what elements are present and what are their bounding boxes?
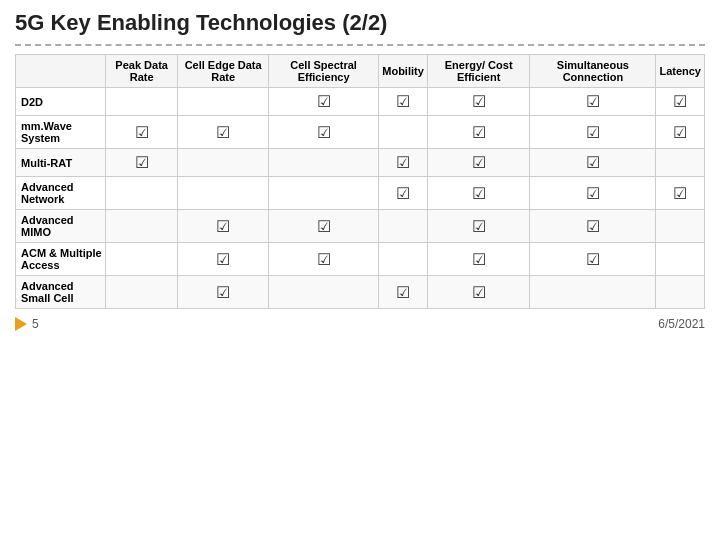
cell-3-1: [178, 177, 269, 210]
footer-left: 5: [15, 317, 39, 331]
checkbox-checked: ☑: [216, 124, 230, 141]
header-col-7: Latency: [656, 55, 705, 88]
cell-5-1: ☑: [178, 243, 269, 276]
table-row: ACM & Multiple Access☑☑☑☑: [16, 243, 705, 276]
row-label-0: D2D: [16, 88, 106, 116]
header-col-4: Mobility: [379, 55, 428, 88]
checkbox-checked: ☑: [586, 124, 600, 141]
header-empty: [16, 55, 106, 88]
checkbox-checked: ☑: [673, 185, 687, 202]
checkbox-checked: ☑: [673, 93, 687, 110]
table-header-row: Peak Data RateCell Edge Data RateCell Sp…: [16, 55, 705, 88]
cell-3-4: ☑: [427, 177, 530, 210]
checkbox-checked: ☑: [673, 124, 687, 141]
cell-4-2: ☑: [268, 210, 378, 243]
page-number: 5: [32, 317, 39, 331]
cell-2-2: [268, 149, 378, 177]
checkbox-checked: ☑: [586, 154, 600, 171]
page-title: 5G Key Enabling Technologies (2/2): [15, 10, 705, 36]
cell-4-3: [379, 210, 428, 243]
header-col-5: Energy/ Cost Efficient: [427, 55, 530, 88]
checkbox-checked: ☑: [586, 218, 600, 235]
cell-4-4: ☑: [427, 210, 530, 243]
checkbox-checked: ☑: [586, 93, 600, 110]
title-divider: [15, 44, 705, 46]
cell-2-4: ☑: [427, 149, 530, 177]
cell-3-6: ☑: [656, 177, 705, 210]
checkbox-checked: ☑: [216, 284, 230, 301]
cell-0-4: ☑: [427, 88, 530, 116]
cell-5-0: [106, 243, 178, 276]
cell-2-1: [178, 149, 269, 177]
header-col-1: Peak Data Rate: [106, 55, 178, 88]
cell-5-6: [656, 243, 705, 276]
table-row: Advanced MIMO☑☑☑☑: [16, 210, 705, 243]
footer: 5 6/5/2021: [15, 317, 705, 331]
checkbox-checked: ☑: [472, 218, 486, 235]
cell-6-0: [106, 276, 178, 309]
cell-0-3: ☑: [379, 88, 428, 116]
cell-5-5: ☑: [530, 243, 656, 276]
row-label-3: Advanced Network: [16, 177, 106, 210]
checkbox-checked: ☑: [472, 185, 486, 202]
checkbox-checked: ☑: [396, 185, 410, 202]
cell-1-2: ☑: [268, 116, 378, 149]
checkbox-checked: ☑: [586, 251, 600, 268]
cell-6-4: ☑: [427, 276, 530, 309]
cell-1-6: ☑: [656, 116, 705, 149]
cell-3-3: ☑: [379, 177, 428, 210]
checkbox-checked: ☑: [135, 154, 149, 171]
cell-4-5: ☑: [530, 210, 656, 243]
checkbox-checked: ☑: [396, 154, 410, 171]
header-col-3: Cell Spectral Efficiency: [268, 55, 378, 88]
cell-2-5: ☑: [530, 149, 656, 177]
checkbox-checked: ☑: [472, 93, 486, 110]
cell-6-2: [268, 276, 378, 309]
checkbox-checked: ☑: [472, 284, 486, 301]
cell-0-2: ☑: [268, 88, 378, 116]
cell-1-3: [379, 116, 428, 149]
cell-6-3: ☑: [379, 276, 428, 309]
checkbox-checked: ☑: [317, 93, 331, 110]
cell-2-6: [656, 149, 705, 177]
checkbox-checked: ☑: [317, 218, 331, 235]
cell-5-3: [379, 243, 428, 276]
header-col-6: Simultaneous Connection: [530, 55, 656, 88]
row-label-2: Multi-RAT: [16, 149, 106, 177]
checkbox-checked: ☑: [317, 251, 331, 268]
table-row: D2D☑☑☑☑☑: [16, 88, 705, 116]
footer-date: 6/5/2021: [658, 317, 705, 331]
checkbox-checked: ☑: [317, 124, 331, 141]
cell-2-3: ☑: [379, 149, 428, 177]
cell-6-5: [530, 276, 656, 309]
cell-3-2: [268, 177, 378, 210]
checkbox-checked: ☑: [472, 124, 486, 141]
checkbox-checked: ☑: [396, 284, 410, 301]
table-row: Advanced Network☑☑☑☑: [16, 177, 705, 210]
checkbox-checked: ☑: [216, 251, 230, 268]
cell-5-2: ☑: [268, 243, 378, 276]
play-icon: [15, 317, 27, 331]
table-row: mm.Wave System☑☑☑☑☑☑: [16, 116, 705, 149]
cell-1-1: ☑: [178, 116, 269, 149]
checkbox-checked: ☑: [216, 218, 230, 235]
cell-6-6: [656, 276, 705, 309]
checkbox-checked: ☑: [472, 251, 486, 268]
cell-3-5: ☑: [530, 177, 656, 210]
cell-2-0: ☑: [106, 149, 178, 177]
table-row: Advanced Small Cell☑☑☑: [16, 276, 705, 309]
cell-0-1: [178, 88, 269, 116]
cell-4-6: [656, 210, 705, 243]
cell-0-5: ☑: [530, 88, 656, 116]
checkbox-checked: ☑: [396, 93, 410, 110]
row-label-6: Advanced Small Cell: [16, 276, 106, 309]
row-label-4: Advanced MIMO: [16, 210, 106, 243]
cell-1-4: ☑: [427, 116, 530, 149]
cell-3-0: [106, 177, 178, 210]
cell-4-1: ☑: [178, 210, 269, 243]
cell-0-0: [106, 88, 178, 116]
main-table: Peak Data RateCell Edge Data RateCell Sp…: [15, 54, 705, 309]
cell-0-6: ☑: [656, 88, 705, 116]
row-label-5: ACM & Multiple Access: [16, 243, 106, 276]
checkbox-checked: ☑: [586, 185, 600, 202]
